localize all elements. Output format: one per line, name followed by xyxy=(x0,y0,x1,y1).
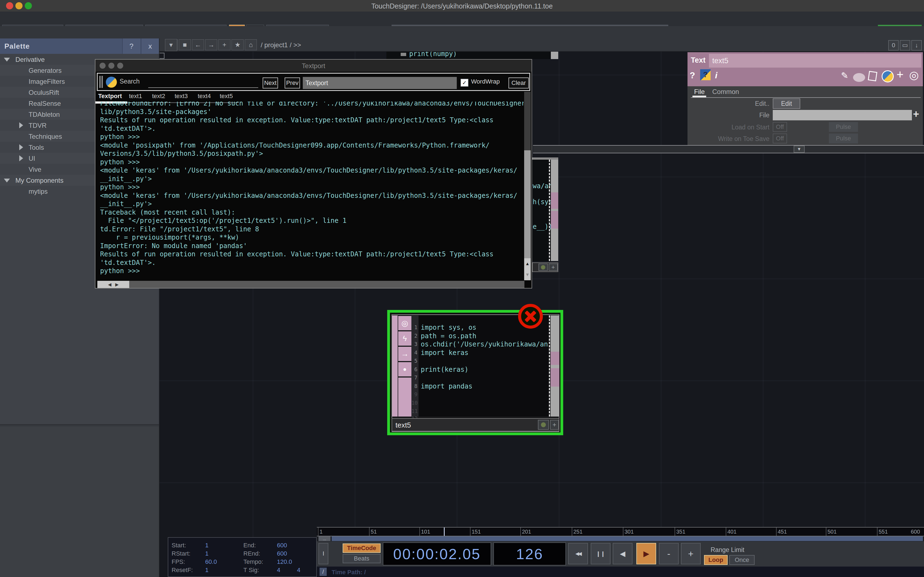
node-flag-button[interactable] xyxy=(538,420,549,430)
tab-file[interactable]: File xyxy=(694,88,705,96)
loop-button[interactable]: Loop xyxy=(704,555,728,565)
timeline-i-button[interactable]: I xyxy=(318,543,328,564)
time-path-slash-button[interactable]: / xyxy=(320,568,327,576)
tab-textport[interactable]: Textport xyxy=(98,93,122,100)
tab-common[interactable]: Common xyxy=(712,88,739,96)
textport-name-field[interactable]: Textport xyxy=(303,77,457,89)
pause-icon[interactable]: ❙❙ xyxy=(591,543,611,564)
comment-pencil-icon[interactable]: ✎ xyxy=(841,70,848,81)
write-on-toe-save-toggle[interactable]: Off xyxy=(773,134,787,143)
python-help-icon[interactable]: ? xyxy=(700,69,711,80)
node-export-flag-icon[interactable]: → xyxy=(398,347,411,361)
palette-dropdown-icon[interactable]: ▼ xyxy=(165,39,177,51)
rend-value[interactable]: 600 xyxy=(277,550,287,557)
network-path-breadcrumb[interactable]: / project1 / >> xyxy=(261,41,301,49)
bullseye-icon[interactable]: ◎ xyxy=(909,69,919,81)
node-lock-flag-icon[interactable]: ● xyxy=(398,362,411,376)
chat-bubble-icon[interactable] xyxy=(853,73,865,82)
playhead[interactable] xyxy=(444,527,445,536)
console-scrollbar[interactable]: ▲ ▼ xyxy=(524,92,531,280)
drag-grip-icon[interactable] xyxy=(102,76,103,88)
operator-name-field[interactable]: text5 xyxy=(709,54,921,68)
hscroll-arrows[interactable]: ◀ ▶ xyxy=(97,281,129,288)
add-operator-icon[interactable]: + xyxy=(218,39,231,50)
textport-titlebar[interactable]: Textport xyxy=(95,60,531,72)
node-add-button[interactable]: + xyxy=(549,263,558,271)
start-value[interactable]: 1 xyxy=(205,542,208,549)
help-icon[interactable]: ? xyxy=(690,70,695,81)
node-add-button[interactable]: + xyxy=(550,420,559,430)
clear-button[interactable]: Clear xyxy=(509,77,529,89)
collapse-icon[interactable] xyxy=(4,179,10,182)
node-scrollbar[interactable] xyxy=(551,316,559,417)
param-expand-icon[interactable]: ▼ xyxy=(794,146,804,153)
step-forward-icon[interactable]: + xyxy=(681,543,701,564)
node-flag-button[interactable] xyxy=(538,263,548,271)
python-logo-icon[interactable] xyxy=(882,70,894,82)
textport-console[interactable]: FileNotFoundError: [Errno 2] No such fil… xyxy=(97,102,523,280)
copy-parameters-icon[interactable] xyxy=(868,71,877,81)
tab-text5[interactable]: text5 xyxy=(220,93,233,100)
textport-window[interactable]: Textport Search Next Prev Textport ✓ Wor… xyxy=(95,59,532,288)
drag-grip-icon[interactable] xyxy=(99,76,101,88)
step-back-icon[interactable]: - xyxy=(659,543,679,564)
pane-dock-icon[interactable]: ↓ xyxy=(911,40,922,50)
once-button[interactable]: Once xyxy=(729,555,754,565)
node-viewer-flag-icon[interactable]: ◎ xyxy=(398,316,411,330)
pane-maximize-icon[interactable]: ▭ xyxy=(900,40,910,50)
tab-text3[interactable]: text3 xyxy=(174,93,188,100)
node-cook-flag-icon[interactable]: ϟ xyxy=(398,331,411,346)
node-resize-dash[interactable] xyxy=(549,316,550,417)
load-on-start-toggle[interactable]: Off xyxy=(773,122,787,132)
timeline-options-button[interactable]: ... xyxy=(318,536,331,541)
scroll-down-icon[interactable]: ▼ xyxy=(524,269,531,280)
console-hscrollbar[interactable]: ◀ ▶ xyxy=(97,281,524,288)
bookmark-star-icon[interactable]: ★ xyxy=(231,39,244,50)
timeline-ruler[interactable]: 1 51 101 151 201 251 301 351 401 451 501… xyxy=(317,527,924,536)
tsig2-value[interactable]: 4 xyxy=(297,567,300,574)
tab-text2[interactable]: text2 xyxy=(152,93,165,100)
expand-icon[interactable] xyxy=(19,122,23,128)
tl-fps-value[interactable]: 60.0 xyxy=(205,558,217,566)
wordwrap-checkbox[interactable]: ✓ xyxy=(460,79,468,87)
resetf-value[interactable]: 1 xyxy=(205,567,208,574)
file-picker-plus-icon[interactable]: + xyxy=(913,108,919,120)
node-code-viewer[interactable]: import sys, os path = os.path os.chdir('… xyxy=(418,316,549,417)
pane-zero-button[interactable]: 0 xyxy=(888,40,899,50)
timeline-scrub-row[interactable]: ... xyxy=(317,536,924,541)
palette-help-button[interactable]: ? xyxy=(122,39,140,54)
search-input[interactable] xyxy=(148,87,258,88)
expand-icon[interactable] xyxy=(19,144,23,150)
timecode-button[interactable]: TimeCode xyxy=(342,543,381,553)
home-icon[interactable]: ⌂ xyxy=(245,39,257,50)
rstart-value[interactable]: 1 xyxy=(205,550,208,557)
scrollbar-thumb[interactable] xyxy=(524,150,531,258)
info-icon[interactable]: i xyxy=(715,70,717,81)
tab-text4[interactable]: text4 xyxy=(198,93,211,100)
write-on-toe-save-pulse[interactable]: Pulse xyxy=(829,134,858,143)
beats-button[interactable]: Beats xyxy=(342,554,381,563)
node-name[interactable]: text5 xyxy=(396,421,411,429)
nav-back-icon[interactable]: ← xyxy=(192,39,204,50)
nav-forward-icon[interactable]: → xyxy=(205,39,217,50)
stop-icon[interactable]: ■ xyxy=(179,39,191,50)
expand-icon[interactable] xyxy=(19,155,23,161)
file-input[interactable] xyxy=(773,110,912,120)
edit-button[interactable]: Edit xyxy=(773,98,800,109)
scroll-right-icon[interactable]: ▶ xyxy=(115,282,118,287)
palette-close-button[interactable]: x xyxy=(141,39,159,54)
tempo-value[interactable]: 120.0 xyxy=(277,558,292,566)
background-node-scrollbar[interactable] xyxy=(551,160,558,261)
search-prev-button[interactable]: Prev xyxy=(284,77,300,89)
search-next-button[interactable]: Next xyxy=(263,77,278,89)
end-value[interactable]: 600 xyxy=(277,542,287,549)
skip-to-start-icon[interactable]: ◀◀ xyxy=(568,543,588,564)
timeline-range-bar[interactable] xyxy=(332,536,923,541)
scroll-up-icon[interactable]: ▲ xyxy=(524,258,531,269)
tab-text1[interactable]: text1 xyxy=(129,93,142,100)
scroll-left-icon[interactable]: ◀ xyxy=(108,282,111,287)
load-on-start-pulse[interactable]: Pulse xyxy=(829,122,858,132)
collapse-icon[interactable] xyxy=(4,58,10,61)
tsig1-value[interactable]: 4 xyxy=(277,567,280,574)
play-reverse-icon[interactable]: ◀ xyxy=(613,543,633,564)
